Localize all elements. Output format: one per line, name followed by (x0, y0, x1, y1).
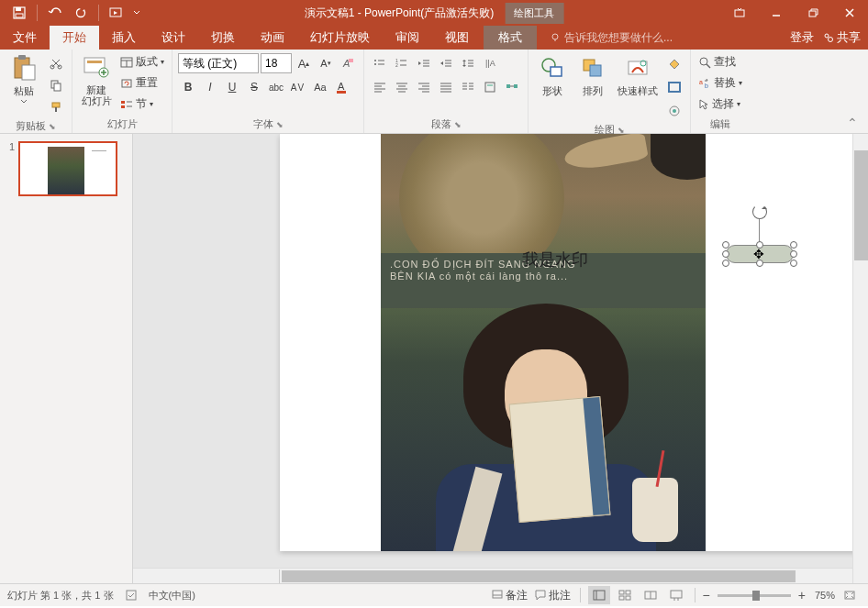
format-painter-icon[interactable] (46, 97, 66, 117)
share-button[interactable]: 共享 (823, 29, 861, 46)
increase-font-icon[interactable]: A▴ (294, 53, 314, 73)
replace-button[interactable]: ab替换▾ (696, 74, 744, 92)
language-indicator[interactable]: 中文(中国) (149, 589, 195, 602)
save-icon[interactable] (7, 2, 31, 24)
resize-handle[interactable] (790, 241, 797, 249)
shape-fill-icon[interactable] (664, 53, 684, 73)
minimize-icon[interactable] (758, 0, 795, 26)
fit-window-icon[interactable] (839, 586, 861, 604)
vertical-scrollbar[interactable] (852, 134, 868, 583)
tab-animations[interactable]: 动画 (248, 26, 297, 50)
shadow-icon[interactable]: abc (266, 77, 286, 97)
slideshow-view-icon[interactable] (665, 586, 687, 604)
bold-icon[interactable]: B (178, 77, 198, 97)
zoom-out-button[interactable]: − (703, 588, 710, 602)
decrease-font-icon[interactable]: A▾ (316, 53, 336, 73)
normal-view-icon[interactable] (588, 586, 610, 604)
resize-handle[interactable] (790, 260, 797, 267)
line-spacing-icon[interactable] (458, 53, 478, 73)
resize-handle[interactable] (722, 250, 729, 258)
columns-icon[interactable] (458, 77, 478, 97)
clear-formatting-icon[interactable]: A (338, 53, 358, 73)
dialog-launcher-icon[interactable]: ⬊ (276, 120, 284, 129)
zoom-in-button[interactable]: + (798, 588, 806, 602)
collapse-ribbon-icon[interactable]: ⌃ (842, 113, 862, 133)
new-slide-button[interactable]: 新建 幻灯片 (78, 53, 115, 106)
italic-icon[interactable]: I (200, 77, 220, 97)
justify-icon[interactable] (436, 77, 456, 97)
quick-styles-button[interactable]: 快速样式 (615, 53, 661, 98)
rotation-handle[interactable] (752, 205, 767, 219)
align-left-icon[interactable] (370, 77, 390, 97)
text-direction-icon[interactable]: ||A (480, 53, 500, 73)
signin-link[interactable]: 登录 (790, 29, 814, 46)
cut-icon[interactable] (46, 53, 66, 73)
selected-shape[interactable]: ✥ (720, 239, 799, 269)
slide-thumbnail[interactable]: 1 (4, 141, 128, 196)
smartart-icon[interactable] (502, 77, 522, 97)
copy-icon[interactable] (46, 75, 66, 95)
layout-button[interactable]: 版式▾ (118, 53, 166, 71)
align-right-icon[interactable] (414, 77, 434, 97)
tab-design[interactable]: 设计 (149, 26, 198, 50)
underline-icon[interactable]: U (222, 77, 242, 97)
dialog-launcher-icon[interactable]: ⬊ (454, 120, 462, 129)
restore-icon[interactable] (795, 0, 831, 26)
slide-canvas-area[interactable]: .CON ĐỒ DỊCH ĐÍT SANG NGANG BÊN KIA có m… (133, 134, 868, 583)
slide[interactable]: .CON ĐỒ DỊCH ĐÍT SANG NGANG BÊN KIA có m… (280, 134, 868, 551)
font-color-icon[interactable]: A (332, 77, 352, 97)
svg-rect-103 (626, 596, 630, 600)
comments-button[interactable]: 批注 (533, 587, 573, 604)
undo-icon[interactable] (43, 2, 67, 24)
align-text-icon[interactable] (480, 77, 500, 97)
close-icon[interactable] (831, 0, 868, 26)
tab-review[interactable]: 审阅 (383, 26, 432, 50)
strikethrough-icon[interactable]: S (244, 77, 264, 97)
section-button[interactable]: 节▾ (118, 95, 166, 113)
resize-handle[interactable] (722, 241, 729, 249)
reading-view-icon[interactable] (640, 586, 662, 604)
shapes-button[interactable]: 形状 (534, 53, 571, 98)
bullets-icon[interactable] (370, 53, 390, 73)
resize-handle[interactable] (790, 250, 797, 258)
dialog-launcher-icon[interactable]: ⬊ (49, 122, 56, 131)
font-name-input[interactable] (178, 53, 259, 73)
shape-outline-icon[interactable] (664, 77, 684, 97)
tab-view[interactable]: 视图 (432, 26, 482, 50)
numbering-icon[interactable]: 12 (392, 53, 412, 73)
slide-image[interactable]: .CON ĐỒ DỊCH ĐÍT SANG NGANG BÊN KIA có m… (381, 134, 706, 551)
horizontal-scrollbar[interactable] (133, 568, 852, 583)
select-button[interactable]: 选择▾ (696, 95, 744, 113)
paste-button[interactable]: 粘贴 (6, 53, 42, 104)
ribbon-options-icon[interactable] (721, 0, 758, 26)
shape-effects-icon[interactable] (664, 101, 684, 121)
tell-me-search[interactable]: 告诉我您想要做什么... (550, 26, 673, 50)
change-case-icon[interactable]: Aa (310, 77, 330, 97)
notes-button[interactable]: 备注 (490, 587, 529, 604)
find-button[interactable]: 查找 (696, 53, 744, 71)
zoom-level[interactable]: 75% (815, 590, 835, 601)
sorter-view-icon[interactable] (614, 586, 636, 604)
dialog-launcher-icon[interactable]: ⬊ (618, 126, 625, 135)
group-slides: 新建 幻灯片 版式▾ 重置 节▾ 幻灯片 (72, 50, 172, 133)
reset-button[interactable]: 重置 (118, 74, 166, 92)
increase-indent-icon[interactable] (436, 53, 456, 73)
redo-icon[interactable] (69, 2, 93, 24)
spellcheck-icon[interactable] (125, 589, 138, 602)
tab-insert[interactable]: 插入 (99, 26, 149, 50)
tab-file[interactable]: 文件 (0, 26, 50, 50)
char-spacing-icon[interactable]: AV (288, 77, 308, 97)
resize-handle[interactable] (722, 260, 729, 267)
qat-dropdown-icon[interactable] (130, 2, 143, 24)
decrease-indent-icon[interactable] (414, 53, 434, 73)
tab-format[interactable]: 格式 (484, 26, 537, 50)
tab-slideshow[interactable]: 幻灯片放映 (297, 26, 383, 50)
arrange-button[interactable]: 排列 (574, 53, 611, 98)
zoom-slider[interactable] (718, 594, 791, 597)
start-from-beginning-icon[interactable] (105, 2, 128, 24)
tab-transitions[interactable]: 切换 (198, 26, 248, 50)
tab-home[interactable]: 开始 (50, 26, 99, 50)
align-center-icon[interactable] (392, 77, 412, 97)
font-size-input[interactable] (261, 53, 292, 73)
watermark-text[interactable]: 我是水印 (522, 249, 588, 271)
